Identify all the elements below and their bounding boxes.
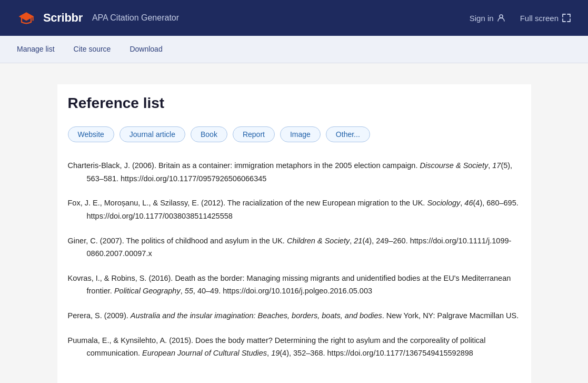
header-actions: Sign in Full screen	[470, 13, 571, 23]
top-navbar: Manage list Cite source Download	[0, 36, 588, 63]
source-type-journal-article[interactable]: Journal article	[119, 126, 185, 142]
source-type-website[interactable]: Website	[68, 126, 114, 142]
source-type-other[interactable]: Other...	[326, 126, 370, 142]
source-type-image[interactable]: Image	[280, 126, 321, 142]
reference-item: Giner, C. (2007). The politics of childh…	[68, 234, 521, 260]
nav-manage-list[interactable]: Manage list	[17, 36, 64, 63]
source-type-buttons: Website Journal article Book Report Imag…	[68, 126, 521, 142]
source-type-book[interactable]: Book	[191, 126, 227, 142]
reference-list: Charteris-Black, J. (2006). Britain as a…	[68, 159, 521, 383]
main-content: Reference list Website Journal article B…	[57, 84, 531, 383]
source-type-report[interactable]: Report	[233, 126, 275, 142]
reference-item: Charteris-Black, J. (2006). Britain as a…	[68, 159, 521, 185]
person-icon	[497, 14, 505, 22]
reference-item: Kovras, I., & Robins, S. (2016). Death a…	[68, 272, 521, 298]
sign-in-button[interactable]: Sign in	[470, 14, 505, 23]
fullscreen-button[interactable]: Full screen	[520, 13, 571, 23]
page-title: Reference list	[68, 84, 521, 112]
reference-item: Puumala, E., & Kynsilehto, A. (2015). Do…	[68, 334, 521, 360]
logo-text: Scribbr	[43, 11, 83, 25]
nav-download[interactable]: Download	[120, 36, 172, 63]
reference-item: Perera, S. (2009). Australia and the ins…	[68, 309, 521, 322]
app-name: APA Citation Generator	[92, 13, 179, 23]
fullscreen-icon	[562, 13, 571, 23]
logo-area: Scribbr APA Citation Generator	[17, 8, 179, 27]
nav-cite-source[interactable]: Cite source	[64, 36, 121, 63]
reference-item: Fox, J. E., Moroșanu, L., & Szilassy, E.…	[68, 197, 521, 222]
app-header: Scribbr APA Citation Generator Sign in F…	[0, 0, 588, 36]
scribbr-logo-icon	[17, 8, 36, 27]
svg-point-3	[500, 15, 503, 18]
